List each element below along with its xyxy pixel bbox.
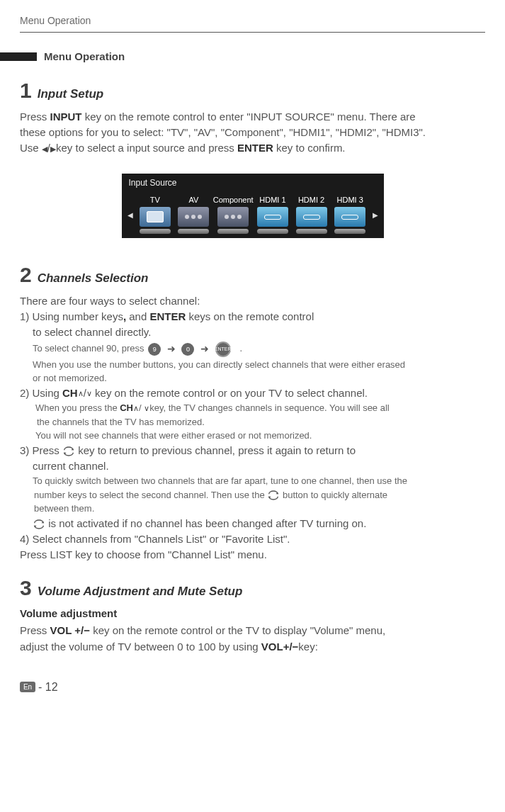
method-3-line-1: 3) Press key to return to previous chann… bbox=[20, 444, 485, 458]
section-2-number: 2 bbox=[20, 261, 32, 290]
arrow-right-icon: ➜ bbox=[200, 343, 209, 354]
section-2-intro: There are four ways to select channel: bbox=[20, 294, 485, 308]
section-3-para-2: adjust the volume of TV between 0 to 100… bbox=[20, 640, 485, 654]
section-2-title: Channels Selection bbox=[38, 271, 149, 287]
input-source-row: ◀ TV AV Component HDMI 1 HDMI 2 bbox=[122, 193, 384, 239]
indicator-bar bbox=[296, 229, 327, 234]
method-1-line-1: 1) Using number keys, and ENTER keys on … bbox=[20, 310, 485, 324]
nine-key-icon: 9 bbox=[148, 343, 161, 356]
up-chevron-icon: ∧ bbox=[78, 388, 84, 399]
section-title-row: Menu Operation bbox=[0, 50, 485, 64]
method-1-note-2: When you use the number buttons, you can… bbox=[20, 359, 485, 371]
input-source-label: HDMI 3 bbox=[331, 195, 370, 205]
input-source-label: HDMI 2 bbox=[292, 195, 331, 205]
up-chevron-icon: ∧ bbox=[133, 403, 139, 414]
black-bar-icon bbox=[0, 52, 37, 61]
arrow-right-icon: ➜ bbox=[167, 343, 176, 354]
language-badge: En bbox=[20, 682, 35, 692]
right-arrow-icon: ▶ bbox=[50, 144, 56, 154]
input-source-item-hdmi3[interactable]: HDMI 3 bbox=[331, 193, 370, 239]
method-1-note-1: To select channel 90, press 9 ➜ 0 ➜ ENTE… bbox=[20, 342, 485, 357]
method-4-line-2: Press LIST key to choose from "Channel L… bbox=[20, 548, 485, 562]
method-2-note-1: When you press the CH∧/ ∨key, the TV cha… bbox=[20, 402, 485, 415]
swap-icon bbox=[33, 519, 45, 529]
page-footer: En - 12 bbox=[20, 680, 485, 695]
page-number: - 12 bbox=[38, 680, 58, 695]
indicator-bar bbox=[140, 229, 171, 234]
section-1-para-2: these options for you to select: "TV", "… bbox=[20, 125, 485, 140]
input-source-panel: Input Source ◀ TV AV Component HDMI 1 bbox=[122, 174, 384, 238]
hdmi-icon bbox=[334, 207, 365, 227]
zero-key-icon: 0 bbox=[181, 343, 194, 356]
left-arrow-icon: ◀ bbox=[42, 144, 47, 154]
method-1-line-2: to select channel directly. bbox=[20, 325, 485, 339]
section-1-number: 1 bbox=[20, 77, 32, 106]
page-header-title: Menu Operation bbox=[20, 14, 485, 28]
input-source-item-tv[interactable]: TV bbox=[136, 193, 175, 239]
input-source-title: Input Source bbox=[122, 174, 384, 192]
section-3-title: Volume Adjustment and Mute Setup bbox=[38, 584, 243, 600]
indicator-bar bbox=[217, 229, 249, 234]
method-3-note-3: between them. bbox=[20, 502, 485, 515]
method-3-line-2: current channel. bbox=[20, 459, 485, 473]
panel-right-arrow-icon[interactable]: ▶ bbox=[370, 210, 381, 220]
section-1-para-3: Use ◀/▶key to select a input source and … bbox=[20, 141, 485, 155]
input-source-label: HDMI 1 bbox=[254, 195, 293, 205]
input-source-label: AV bbox=[174, 195, 213, 205]
indicator-bar bbox=[334, 229, 365, 234]
component-icon bbox=[217, 207, 249, 227]
section-1-title: Input Setup bbox=[38, 86, 103, 103]
input-source-item-av[interactable]: AV bbox=[174, 193, 213, 239]
input-source-item-component[interactable]: Component bbox=[213, 193, 254, 239]
section-1-heading: 1 Input Setup bbox=[20, 77, 485, 106]
hdmi-icon bbox=[257, 207, 288, 227]
av-icon bbox=[178, 207, 209, 227]
method-1-note-3: or not memorized. bbox=[20, 372, 485, 385]
tv-icon bbox=[140, 207, 171, 227]
method-3-note-1: To quickly switch between two channels t… bbox=[20, 475, 485, 487]
method-4-line-1: 4) Select channels from "Channels List" … bbox=[20, 532, 485, 546]
section-1-para-1: Press INPUT key on the remote control to… bbox=[20, 110, 485, 124]
header-rule bbox=[20, 32, 485, 33]
indicator-bar bbox=[257, 229, 288, 234]
enter-key-icon: ENTER bbox=[215, 342, 231, 357]
input-source-item-hdmi2[interactable]: HDMI 2 bbox=[292, 193, 331, 239]
input-source-item-hdmi1[interactable]: HDMI 1 bbox=[254, 193, 293, 239]
input-source-label: TV bbox=[136, 195, 175, 205]
method-2-note-3: You will not see channels that were eith… bbox=[20, 429, 485, 442]
down-chevron-icon: ∨ bbox=[86, 388, 92, 399]
method-2-note-2: the channels that the TV has memorized. bbox=[20, 416, 485, 429]
section-2-heading: 2 Channels Selection bbox=[20, 261, 485, 290]
volume-adjustment-subtitle: Volume adjustment bbox=[20, 607, 485, 621]
method-2-line-1: 2) Using CH∧/∨ key on the remote control… bbox=[20, 386, 485, 400]
swap-icon bbox=[62, 446, 75, 456]
swap-icon bbox=[267, 490, 280, 500]
section-3-number: 3 bbox=[20, 574, 32, 603]
method-3-note-2: number keys to select the second channel… bbox=[20, 489, 485, 502]
hdmi-icon bbox=[296, 207, 327, 227]
panel-left-arrow-icon[interactable]: ◀ bbox=[125, 210, 136, 220]
input-source-label: Component bbox=[213, 195, 254, 205]
section-3-para-1: Press VOL +/− key on the remote control … bbox=[20, 624, 485, 638]
indicator-bar bbox=[178, 229, 209, 234]
method-3-final: is not activated if no channel has been … bbox=[20, 517, 485, 531]
section-3-heading: 3 Volume Adjustment and Mute Setup bbox=[20, 574, 485, 603]
section-title: Menu Operation bbox=[44, 50, 125, 64]
